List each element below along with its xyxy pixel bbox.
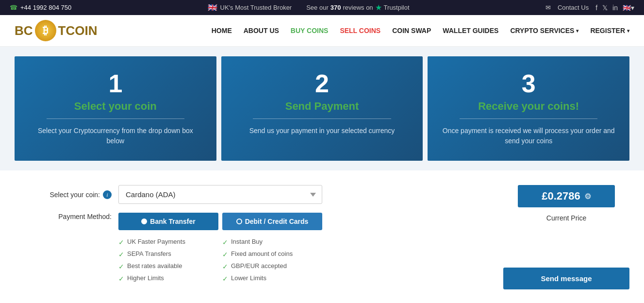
nav-bar: BC ₿ TCOIN HOME ABOUT US BUY COINS SELL … bbox=[0, 15, 644, 47]
register-caret: ▾ bbox=[627, 28, 629, 34]
check-icon-6: ✓ bbox=[222, 251, 228, 258]
bank-features: ✓ UK Faster Payments ✓ SEPA Transfers ✓ … bbox=[118, 235, 218, 289]
coin-label-text: Select your coin: bbox=[50, 191, 100, 199]
crypto-services-caret: ▾ bbox=[576, 28, 578, 34]
step-3-divider bbox=[460, 118, 598, 119]
feature-best-rates: ✓ Best rates available bbox=[118, 262, 218, 270]
payment-method-row: Payment Method: Bank Transfer Debit / Cr… bbox=[29, 213, 508, 289]
step-3-desc: Once payment is received we will process… bbox=[442, 126, 615, 146]
twitter-icon[interactable]: 𝕏 bbox=[602, 4, 608, 12]
step-2-card: 2 Send Payment Send us your payment in y… bbox=[221, 56, 423, 161]
debit-credit-button[interactable]: Debit / Credit Cards bbox=[222, 213, 322, 230]
feature-lower-limits-text: Lower Limits bbox=[231, 274, 266, 282]
feature-uk-faster-payments: ✓ UK Faster Payments bbox=[118, 238, 218, 246]
check-icon-3: ✓ bbox=[118, 263, 124, 270]
logo-bitcoin-symbol: ₿ bbox=[43, 24, 48, 37]
steps-section: 1 Select your coin Select your Cryptocur… bbox=[0, 47, 644, 170]
nav-buy-coins[interactable]: BUY COINS bbox=[291, 27, 329, 34]
step-1-card: 1 Select your coin Select your Cryptocur… bbox=[15, 56, 216, 161]
check-icon-1: ✓ bbox=[118, 238, 124, 246]
step-2-divider bbox=[253, 118, 391, 119]
form-main: Select your coin: i Cardano (ADA) Bitcoi… bbox=[29, 185, 508, 298]
bank-transfer-label: Bank Transfer bbox=[150, 218, 195, 225]
check-icon-7: ✓ bbox=[222, 263, 228, 270]
top-center: 🇬🇧 UK's Most Trusted Broker See our 370 … bbox=[208, 3, 410, 12]
check-icon-8: ✓ bbox=[222, 275, 228, 283]
payment-options: Bank Transfer Debit / Credit Cards bbox=[118, 213, 322, 230]
nav-coin-swap[interactable]: COIN SWAP bbox=[392, 27, 431, 34]
step-2-number: 2 bbox=[236, 71, 409, 96]
price-display[interactable]: £0.2786 ⚙ bbox=[518, 185, 615, 207]
send-message-button[interactable]: Send message bbox=[503, 268, 629, 289]
uk-broker-text: UK's Most Trusted Broker bbox=[220, 4, 292, 11]
feature-sepa-text: SEPA Transfers bbox=[127, 250, 171, 257]
card-features: ✓ Instant Buy ✓ Fixed amount of coins ✓ … bbox=[222, 235, 322, 289]
reviews-prefix: See our bbox=[306, 4, 329, 11]
reviews-count: 370 bbox=[330, 4, 341, 11]
phone-section: ☎ +44 1992 804 750 bbox=[10, 4, 71, 11]
feature-sepa: ✓ SEPA Transfers bbox=[118, 250, 218, 258]
check-icon-2: ✓ bbox=[118, 251, 124, 258]
feature-instant-buy: ✓ Instant Buy bbox=[222, 238, 322, 246]
bank-transfer-button[interactable]: Bank Transfer bbox=[118, 213, 218, 230]
nav-links: HOME ABOUT US BUY COINS SELL COINS COIN … bbox=[212, 27, 629, 34]
step-1-desc: Select your Cryptocurrency from the drop… bbox=[29, 126, 202, 146]
logo-coin-text: TCOIN bbox=[58, 23, 98, 38]
feature-instant-buy-text: Instant Buy bbox=[231, 238, 263, 245]
step-1-divider bbox=[47, 118, 185, 119]
email-icon: ✉ bbox=[545, 4, 551, 11]
logo-coin-icon: ₿ bbox=[35, 20, 56, 41]
payment-content: Bank Transfer Debit / Credit Cards ✓ UK … bbox=[118, 213, 322, 289]
step-2-desc: Send us your payment in your selected cu… bbox=[236, 126, 409, 136]
trustpilot-star-icon: ★ bbox=[375, 3, 382, 12]
payment-label: Payment Method: bbox=[29, 213, 112, 220]
step-3-card: 3 Receive your coins! Once payment is re… bbox=[428, 56, 629, 161]
language-icon[interactable]: 🇬🇧▾ bbox=[623, 4, 634, 12]
feature-lower-limits: ✓ Lower Limits bbox=[222, 274, 322, 283]
form-section: Select your coin: i Cardano (ADA) Bitcoi… bbox=[0, 170, 644, 303]
step-3-title: Receive your coins! bbox=[442, 100, 615, 113]
top-bar: ☎ +44 1992 804 750 🇬🇧 UK's Most Trusted … bbox=[0, 0, 644, 15]
coin-info-icon[interactable]: i bbox=[103, 190, 112, 199]
contact-us-link[interactable]: Contact Us bbox=[558, 4, 589, 11]
feature-best-rates-text: Best rates available bbox=[127, 262, 182, 269]
price-card: £0.2786 ⚙ Current Price Send message bbox=[518, 185, 615, 289]
linkedin-icon[interactable]: in bbox=[612, 4, 618, 12]
logo-bc-text: BC bbox=[15, 23, 33, 38]
feature-fixed-amount-text: Fixed amount of coins bbox=[231, 250, 293, 257]
logo[interactable]: BC ₿ TCOIN bbox=[15, 20, 97, 41]
nav-sell-coins[interactable]: SELL COINS bbox=[340, 27, 380, 34]
step-1-number: 1 bbox=[29, 71, 202, 96]
uk-broker: 🇬🇧 UK's Most Trusted Broker bbox=[208, 3, 292, 12]
price-value: £0.2786 bbox=[542, 190, 580, 202]
coin-select-dropdown[interactable]: Cardano (ADA) Bitcoin (BTC) Ethereum (ET… bbox=[118, 185, 322, 204]
check-icon-4: ✓ bbox=[118, 275, 124, 283]
feature-gbp-eur: ✓ GBP/EUR accepted bbox=[222, 262, 322, 270]
nav-crypto-services[interactable]: CRYPTO SERVICES ▾ bbox=[510, 27, 578, 34]
debit-credit-radio bbox=[236, 219, 242, 224]
feature-gbp-eur-text: GBP/EUR accepted bbox=[231, 262, 287, 269]
step-1-title: Select your coin bbox=[29, 100, 202, 113]
nav-register[interactable]: REGISTER ▾ bbox=[590, 27, 629, 34]
facebook-icon[interactable]: f bbox=[595, 4, 597, 12]
nav-about-us[interactable]: ABOUT US bbox=[244, 27, 279, 34]
feature-higher-limits: ✓ Higher Limits bbox=[118, 274, 218, 283]
check-icon-5: ✓ bbox=[222, 238, 228, 246]
nav-wallet-guides[interactable]: WALLET GUIDES bbox=[443, 27, 498, 34]
payment-label-text: Payment Method: bbox=[58, 213, 112, 220]
step-3-number: 3 bbox=[442, 71, 615, 96]
feature-higher-limits-text: Higher Limits bbox=[127, 274, 164, 282]
debit-credit-label: Debit / Credit Cards bbox=[245, 218, 309, 225]
nav-home[interactable]: HOME bbox=[212, 27, 232, 34]
social-icons: f 𝕏 in 🇬🇧▾ bbox=[595, 4, 634, 12]
phone-icon: ☎ bbox=[10, 4, 17, 11]
gear-icon: ⚙ bbox=[584, 192, 591, 201]
feature-uk-faster-payments-text: UK Faster Payments bbox=[127, 238, 185, 245]
bank-transfer-radio bbox=[141, 219, 147, 224]
features-row: ✓ UK Faster Payments ✓ SEPA Transfers ✓ … bbox=[118, 235, 322, 289]
trustpilot-label: Trustpilot bbox=[384, 4, 410, 11]
top-right: ✉ Contact Us f 𝕏 in 🇬🇧▾ bbox=[545, 4, 634, 12]
step-2-title: Send Payment bbox=[236, 100, 409, 113]
reviews-suffix: reviews on bbox=[343, 4, 373, 11]
coin-select-row: Select your coin: i Cardano (ADA) Bitcoi… bbox=[29, 185, 508, 204]
